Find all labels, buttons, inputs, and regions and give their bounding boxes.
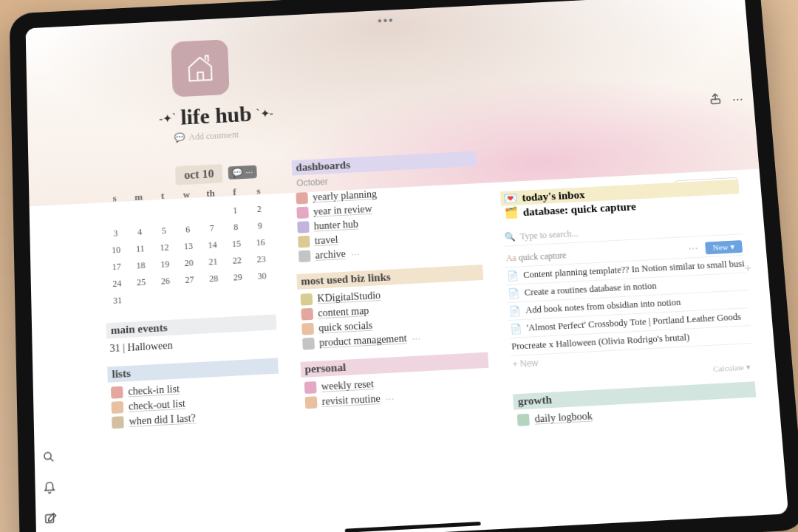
sparkle-icon: -✦` [159, 111, 177, 126]
page-icon-mini [301, 308, 313, 321]
column-left: oct 10 💬 ··· s m t w th f s 12 3456789 1 [102, 162, 285, 532]
column-right: 💌 today's inbox 🗂️ database: quick captu… [498, 137, 766, 528]
search-icon[interactable] [42, 450, 56, 468]
compose-icon[interactable] [44, 512, 58, 531]
page-icon[interactable] [171, 39, 229, 97]
page-icon-mini [304, 396, 317, 409]
sidebar-strip [42, 450, 58, 531]
page-icon: 📄 [509, 305, 522, 317]
page-icon-mini [300, 293, 313, 306]
page-icon-mini [112, 401, 124, 414]
page-icon-mini [301, 323, 314, 335]
db-more-icon[interactable]: ··· [688, 242, 699, 255]
notifications-icon[interactable] [43, 481, 57, 499]
content-columns: oct 10 💬 ··· s m t w th f s 12 3456789 1 [102, 137, 766, 532]
page-icon-mini [298, 250, 310, 263]
db-view-tab[interactable]: Aa quick capture [505, 250, 567, 264]
ipad-menu-dots[interactable]: ••• [378, 14, 395, 27]
block-menu-icon[interactable]: ··· [385, 392, 399, 404]
page-icon-mini [296, 207, 309, 219]
section-dashboards: dashboards October yearly planning year … [291, 151, 482, 264]
top-toolbar: ··· [709, 91, 744, 109]
page-icon: 📄 [508, 287, 520, 299]
house-icon [183, 51, 218, 85]
calendar: oct 10 💬 ··· s m t w th f s 12 3456789 1 [102, 162, 275, 310]
add-column-icon[interactable]: + [744, 262, 752, 275]
section-growth: growth daily logbook [513, 381, 757, 428]
section-biz: most used biz links KDigitalStudio conte… [296, 265, 488, 352]
sparkle-icon: `✦- [256, 106, 273, 120]
page-icon: 📄 [510, 323, 522, 335]
section-personal: personal weekly reset revisit routine··· [300, 352, 491, 411]
page-icon-mini [111, 386, 123, 399]
page-icon-mini [304, 381, 316, 394]
block-handle[interactable]: 💬 ··· [228, 166, 257, 180]
new-button[interactable]: New ▾ [705, 240, 743, 254]
comment-icon: 💬 [174, 132, 185, 143]
svg-point-1 [44, 452, 51, 460]
page-icon-mini [297, 221, 310, 233]
page-icon: 📄 [507, 270, 519, 282]
more-icon[interactable]: ··· [732, 92, 743, 107]
share-icon[interactable] [709, 92, 723, 109]
page-icon-mini [112, 416, 124, 429]
section-lists: lists check-in list check-out list when … [107, 358, 280, 430]
block-menu-icon[interactable]: ··· [350, 248, 364, 260]
database-icon: 🗂️ [504, 206, 519, 220]
tablet-frame: ••• ··· Change cover -✦` life hub `✦- 💬 … [10, 0, 798, 532]
page-icon-mini [517, 414, 530, 426]
svg-rect-0 [711, 99, 720, 103]
page-icon-mini [302, 338, 315, 350]
page-title[interactable]: life hub [180, 102, 252, 130]
section-main-events: main events 31 | Halloween [106, 314, 277, 356]
heart-icon: 💌 [503, 191, 518, 205]
page-icon-mini [298, 236, 310, 248]
screen: ••• ··· Change cover -✦` life hub `✦- 💬 … [26, 0, 789, 532]
search-icon: 🔍 [505, 231, 516, 243]
calendar-month-badge: oct 10 [175, 164, 223, 185]
block-menu-icon[interactable]: ··· [412, 332, 426, 344]
page-icon-mini [296, 192, 308, 204]
column-middle: dashboards October yearly planning year … [291, 151, 499, 532]
